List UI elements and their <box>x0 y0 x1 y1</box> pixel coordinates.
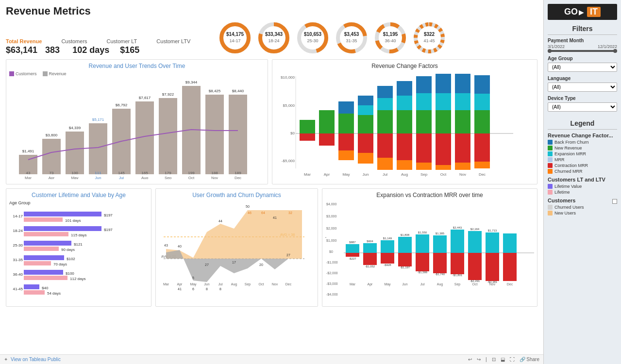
download-icon[interactable]: ⬓ <box>501 357 505 362</box>
svg-text:36-40: 36-40 <box>13 272 23 277</box>
svg-text:Jul: Jul <box>420 282 425 286</box>
svg-rect-101 <box>436 133 451 165</box>
svg-rect-78 <box>358 96 373 105</box>
svg-text:-$3,000: -$3,000 <box>326 282 338 285</box>
svg-text:41: 41 <box>273 216 277 219</box>
svg-text:$1,195: $1,195 <box>383 32 398 37</box>
donut-41-45: $322 41-45 <box>412 20 447 55</box>
svg-rect-95 <box>416 110 432 133</box>
age-group-select[interactable]: (All) <box>548 63 617 72</box>
svg-text:$1,385: $1,385 <box>436 232 445 235</box>
svg-text:14-17: 14-17 <box>13 214 23 218</box>
svg-rect-103 <box>455 74 470 93</box>
device-type-select[interactable]: (All) <box>548 102 617 112</box>
svg-text:54 days: 54 days <box>47 291 61 296</box>
charts-top-row: Revenue and User Trends Over Time Custom… <box>6 59 537 184</box>
svg-text:$6,792: $6,792 <box>116 103 128 107</box>
svg-text:$8,425: $8,425 <box>209 89 221 93</box>
device-type-label: Device Type <box>548 96 617 101</box>
svg-rect-73 <box>319 133 335 146</box>
legend-churned-mrr: Churned MRR <box>548 169 617 174</box>
donut-36-40: $1,195 36-40 <box>373 20 408 55</box>
language-select[interactable]: (All) <box>548 83 617 92</box>
svg-text:$2,000: $2,000 <box>326 227 337 230</box>
svg-text:Oct: Oct <box>188 176 195 179</box>
fullscreen-icon[interactable]: ⛶ <box>510 357 515 362</box>
svg-text:Jun: Jun <box>363 172 369 177</box>
svg-text:44: 44 <box>218 219 222 223</box>
svg-rect-30 <box>66 132 84 174</box>
svg-text:$197: $197 <box>104 213 113 217</box>
svg-rect-92 <box>397 160 412 170</box>
svg-text:-$928: -$928 <box>384 264 391 266</box>
user-growth-chart: User Growth and Churn Dynamics AVG = 22 … <box>155 188 318 307</box>
svg-text:May: May <box>342 172 350 177</box>
svg-rect-76 <box>338 133 354 150</box>
customers-value: 383 <box>45 45 60 55</box>
svg-text:Sep: Sep <box>245 282 251 286</box>
svg-text:189: 189 <box>235 171 241 175</box>
svg-rect-80 <box>358 115 373 133</box>
svg-text:Nov: Nov <box>211 176 218 179</box>
svg-text:$3,453: $3,453 <box>344 32 359 37</box>
svg-rect-206 <box>346 253 359 257</box>
page-title: Revenue Metrics <box>6 5 537 17</box>
svg-rect-88 <box>397 81 412 96</box>
svg-text:Jun: Jun <box>402 282 407 286</box>
svg-text:Oct: Oct <box>440 172 447 177</box>
svg-rect-83 <box>377 86 393 98</box>
svg-text:May: May <box>384 282 391 286</box>
tableau-icon: ✦ <box>4 357 8 362</box>
svg-rect-93 <box>416 76 432 93</box>
payment-month-slider[interactable] <box>548 50 617 52</box>
svg-rect-42 <box>159 98 177 174</box>
svg-rect-196 <box>346 244 359 253</box>
total-revenue-value: $63,141 <box>6 45 37 55</box>
share-button[interactable]: 🔗 Share <box>520 357 539 362</box>
svg-text:$2,443: $2,443 <box>453 226 462 229</box>
legend-mrr: MRR <box>548 157 617 162</box>
svg-text:43: 43 <box>26 171 31 175</box>
view-on-tableau-link[interactable]: View on Tableau Public <box>11 357 61 362</box>
svg-rect-97 <box>416 163 432 170</box>
svg-text:$9,344: $9,344 <box>185 80 198 84</box>
svg-rect-212 <box>451 253 464 274</box>
svg-text:$1,713: $1,713 <box>488 229 497 232</box>
svg-text:May: May <box>71 176 78 179</box>
legend-back-from-churn: Back From Churn <box>548 140 617 145</box>
svg-text:43: 43 <box>164 244 168 247</box>
legend-revenue: Revenue <box>49 71 67 76</box>
svg-text:64: 64 <box>261 211 265 215</box>
redo-icon[interactable]: ↪ <box>477 357 481 362</box>
svg-text:Dec: Dec <box>507 282 513 286</box>
svg-text:-$2,000: -$2,000 <box>326 271 338 275</box>
svg-rect-111 <box>474 133 490 162</box>
svg-rect-89 <box>397 96 412 110</box>
donut-31-35: $3,453 31-35 <box>334 20 369 55</box>
svg-rect-129 <box>24 226 101 231</box>
header: Revenue Metrics Total Revenue Customers … <box>6 5 537 55</box>
svg-text:$604: $604 <box>367 240 373 243</box>
chart-legend: Customers Revenue <box>9 71 265 76</box>
svg-rect-94 <box>416 93 432 110</box>
svg-rect-87 <box>377 158 393 170</box>
undo-icon[interactable]: ↩ <box>468 357 472 362</box>
svg-text:Jun: Jun <box>95 176 101 179</box>
customer-ltv-label: Customer LTV <box>156 38 190 44</box>
language-label: Language <box>548 76 617 81</box>
donut-row: $14,175 14-17 $33,343 18-24 $10,653 <box>218 20 447 55</box>
svg-rect-74 <box>338 101 354 114</box>
svg-rect-215 <box>503 253 517 281</box>
svg-rect-207 <box>363 253 377 265</box>
share-icon[interactable]: ⊡ <box>492 357 496 362</box>
legend-churned-users: Churned Users <box>548 205 617 210</box>
svg-text:5: 5 <box>192 276 194 280</box>
svg-text:$102: $102 <box>67 257 75 261</box>
svg-rect-86 <box>377 133 393 158</box>
svg-text:$1,550: $1,550 <box>418 231 427 234</box>
svg-rect-77 <box>338 150 354 160</box>
svg-text:18-24: 18-24 <box>13 229 23 233</box>
legend-customers: Customers <box>16 71 37 76</box>
customers-checkbox[interactable] <box>612 199 617 204</box>
svg-text:-$227: -$227 <box>349 257 356 260</box>
